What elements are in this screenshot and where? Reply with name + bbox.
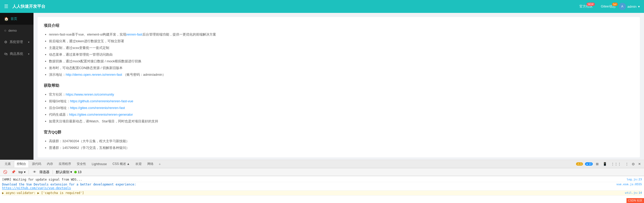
home-icon: 🏠: [4, 17, 9, 21]
pin-btn[interactable]: 📌: [10, 170, 16, 174]
filter-area: 筛选器: [39, 170, 49, 174]
gear-icon[interactable]: ⚙: [632, 162, 635, 166]
chevron-down-icon: ▾: [638, 5, 640, 9]
list-item: 主题定制，通过scss变量统一一套式定制: [49, 45, 634, 51]
console-line-info: Download the Vue Devtools extension for …: [2, 182, 642, 191]
official-community-badge: NEW: [587, 3, 595, 6]
demo-icon: ○: [4, 28, 6, 32]
header: ☰ 人人快速开发平台 官方社区 NEW Gitee动态 hot A admin …: [0, 0, 644, 13]
csdn-button[interactable]: CSDN 社区: [626, 198, 644, 203]
tab-sources[interactable]: 源代码: [29, 161, 44, 167]
tab-application[interactable]: 应用程序: [56, 161, 74, 167]
top-selector[interactable]: top ▾: [19, 170, 26, 174]
sidebar-item-demo[interactable]: ○ demo: [0, 25, 33, 36]
separator2: [53, 170, 53, 174]
devtools: 元素 控制台 源代码 内存 应用程序 安全性 Lighthouse CSS 概述…: [0, 160, 644, 203]
gitee-badge: hot: [612, 3, 618, 6]
console-line-info-text: Download the Vue Devtools extension for …: [2, 183, 612, 190]
sidebar-item-system[interactable]: ⚙ 系统管理 ▾: [0, 36, 33, 48]
separator: [29, 170, 29, 174]
console-line-info-ref[interactable]: vue.esm.js:8555: [616, 183, 642, 186]
sidebar-item-shop-label: 商品系统: [10, 52, 23, 56]
list-item: 动态菜单，通过菜单管理统一管理访问路由: [49, 51, 634, 58]
official-community-btn[interactable]: 官方社区 NEW: [579, 4, 593, 9]
top-dropdown-icon: ▾: [24, 170, 26, 174]
add-tab-btn[interactable]: +: [157, 161, 163, 167]
devtools-tabs: 元素 控制台 源代码 内存 应用程序 安全性 Lighthouse CSS 概述…: [0, 160, 644, 168]
list-item: 如需关注项目最新动态，请Watch、Star项目，同时也是对项目最好的支持: [49, 118, 634, 125]
shop-icon: 🛍: [4, 52, 8, 56]
avatar: A: [619, 3, 626, 10]
console-line-hmr: [HMR] Waiting for update signal from WDS…: [2, 177, 642, 182]
devtools-extension-link[interactable]: https://github.com/vuejs/vue-devtools: [2, 186, 71, 190]
sidebar-item-shop[interactable]: 🛍 商品系统 ▾: [0, 48, 33, 60]
gitee-btn[interactable]: Gitee动态 hot: [601, 4, 616, 9]
section1-list: renren-fast-vue基于vue、element-ui构建开发，实现re…: [44, 31, 634, 78]
generator-link[interactable]: https://gitee.com/renrenio/renren-genera…: [69, 113, 133, 116]
devtools-right-area: ⚠ 1 ● 13 ⊠ 📱 ⋮⋮⋮ ⋮ ⚙ ✕: [576, 162, 642, 166]
content-area: 项目介绍 renren-fast-vue基于vue、element-ui构建开发…: [38, 17, 640, 157]
section3-list: 高级群：324780204（大牛云集，程大主学习新技能） 普通群：1457999…: [44, 138, 634, 151]
device-btn[interactable]: 📱: [602, 162, 608, 166]
sidebar-item-system-label: 系统管理: [10, 40, 23, 44]
warning-badge: ⚠ 1: [576, 162, 583, 166]
clear-console-btn[interactable]: 🚫: [2, 170, 8, 174]
list-item: 代码生成器：https://gitee.com/renrenio/renren-…: [49, 111, 634, 118]
community-link[interactable]: https://www.renren.io/community: [66, 92, 114, 96]
list-item: renren-fast-vue基于vue、element-ui构建开发，实现re…: [49, 31, 634, 38]
level-dropdown-icon: ▾: [70, 170, 72, 174]
eye-btn[interactable]: 👁: [32, 170, 37, 174]
list-item: 后台Git地址：https://gitee.com/renrenio/renre…: [49, 105, 634, 111]
filter-label: 筛选器: [39, 170, 49, 174]
header-right: 官方社区 NEW Gitee动态 hot A admin ▾: [579, 3, 640, 10]
tab-css[interactable]: CSS 概述 ▲: [110, 161, 132, 167]
system-icon: ⚙: [4, 40, 7, 44]
error-badge: ● 13: [585, 162, 593, 166]
section2-list: 官方社区：https://www.renren.io/community 前端G…: [44, 91, 634, 125]
tab-adblock[interactable]: 欢迎: [133, 161, 144, 167]
sidebar-item-demo-label: demo: [8, 29, 17, 32]
dot-count: 13: [78, 170, 81, 174]
list-item: 普通群：145799952（学习交流，互相解答各种疑问）: [49, 145, 634, 151]
tab-elements[interactable]: 元素: [2, 161, 13, 167]
devtools-console: [HMR] Waiting for update signal from WDS…: [0, 176, 644, 203]
tab-lighthouse[interactable]: Lighthouse: [89, 161, 109, 167]
admin-label: admin: [628, 5, 637, 9]
tab-console[interactable]: 控制台: [14, 160, 29, 167]
sidebar-item-home[interactable]: 🏠 首页: [0, 13, 33, 25]
section2-title: 获取帮助: [44, 83, 634, 88]
renren-fast-link[interactable]: renren-fast: [126, 32, 142, 36]
section3-title: 官方QQ群: [44, 130, 634, 135]
inspect-btn[interactable]: ⊠: [595, 162, 600, 166]
list-item: 前后端分离，通过token进行数据交互，可独立部署: [49, 38, 634, 45]
admin-area[interactable]: A admin ▾: [619, 3, 640, 10]
console-line-warning-text: ▶ async-validator: ▶ ['captcha is requir…: [2, 191, 621, 195]
frontend-git-link[interactable]: https://github.com/renrenio/renren-fast-…: [70, 99, 133, 103]
level-label: 默认级别: [56, 170, 69, 174]
tab-security[interactable]: 安全性: [74, 161, 89, 167]
backend-git-link[interactable]: https://gitee.com/renrenio/renren-fast: [70, 106, 125, 110]
list-item: 前端Git地址：https://github.com/renrenio/renr…: [49, 98, 634, 105]
demo-link[interactable]: http://demo.open.renren.io/renren-fast: [66, 73, 122, 77]
level-area: 默认级别 ▾: [56, 170, 72, 174]
console-line-warning: ▶ async-validator: ▶ ['captcha is requir…: [2, 191, 642, 196]
close-devtools-btn[interactable]: ✕: [637, 162, 642, 166]
tab-network[interactable]: 网络: [145, 161, 156, 167]
header-left: ☰ 人人快速开发平台: [4, 4, 45, 9]
dot-count-area: 13: [74, 170, 81, 174]
console-line-warning-ref[interactable]: util.js:14: [625, 191, 642, 194]
more-btn[interactable]: ⋮: [624, 162, 630, 166]
settings-btn[interactable]: ⋮⋮⋮: [610, 162, 622, 166]
console-line-hmr-text: [HMR] Waiting for update signal from WDS…: [2, 178, 622, 181]
green-dot: [74, 171, 77, 173]
list-item: 数据切换，通过mock配置对接口数据 / mock模拟数据进行切换: [49, 58, 634, 65]
console-line-hmr-ref[interactable]: log.js:23: [626, 178, 642, 181]
top-label: top: [19, 170, 23, 174]
section1-title: 项目介绍: [44, 23, 634, 28]
hamburger-icon[interactable]: ☰: [4, 4, 8, 9]
tab-memory[interactable]: 内存: [44, 161, 56, 167]
system-arrow-icon: ▾: [28, 41, 29, 44]
list-item: 演示地址：http://demo.open.renren.io/renren-f…: [49, 71, 634, 78]
list-item: 官方社区：https://www.renren.io/community: [49, 91, 634, 98]
devtools-toolbar: 🚫 📌 top ▾ 👁 筛选器 默认级别 ▾ 13: [0, 168, 644, 176]
